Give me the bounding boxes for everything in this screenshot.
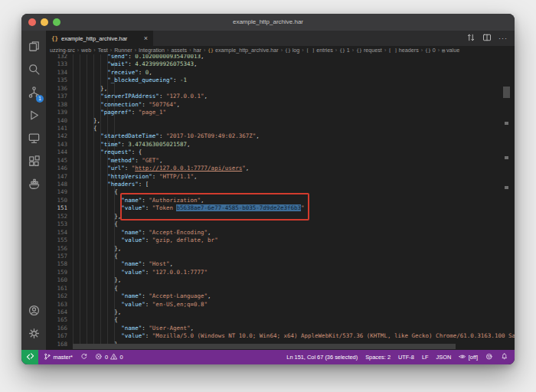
activity-settings[interactable] — [21, 323, 46, 346]
code-line[interactable]: 167 "value": "Mozilla/5.0 (Windows NT 10… — [46, 332, 515, 340]
line-number[interactable]: 154 — [46, 229, 67, 237]
line-number[interactable]: 163 — [46, 301, 67, 309]
status-problems[interactable]: 00 — [95, 353, 123, 362]
status-notifications[interactable] — [501, 353, 508, 362]
line-number[interactable]: 165 — [46, 316, 67, 324]
line-number[interactable]: 156 — [46, 245, 67, 253]
tab-example-http-archive[interactable]: {} example_http_archive.har × — [46, 31, 153, 46]
code-line[interactable]: 165 { — [46, 316, 515, 324]
code-line[interactable]: 142 "startedDateTime": "2017-10-26T09:49… — [46, 132, 515, 140]
breadcrumb-item-request[interactable]: {}request — [356, 47, 382, 54]
code-line[interactable]: 160 }, — [46, 276, 515, 284]
breadcrumb-item-web[interactable]: web — [81, 47, 91, 54]
code-line[interactable]: 146 "url": "http://127.0.0.1:7777/api/us… — [46, 165, 515, 172]
code-line[interactable]: 132 "send": 0.10200000935470013, — [46, 54, 515, 60]
line-number[interactable]: 135 — [46, 77, 67, 84]
breadcrumb-item-1[interactable]: {}1 — [339, 47, 350, 54]
code-line[interactable]: 155 "value": "gzip, deflate, br" — [46, 237, 515, 244]
code-line[interactable]: 156 }, — [46, 245, 515, 253]
line-number[interactable]: 144 — [46, 149, 67, 156]
code-line[interactable]: 164 }, — [46, 309, 515, 316]
line-number[interactable]: 132 — [46, 54, 67, 60]
breadcrumb-item-0[interactable]: {}0 — [425, 47, 436, 54]
activity-extensions[interactable] — [21, 151, 46, 174]
activity-source-control[interactable]: 1 — [21, 82, 46, 105]
code-line[interactable]: 138 "connection": "507764", — [46, 101, 515, 109]
code-line[interactable]: 148 "headers": [ — [46, 181, 515, 188]
line-number[interactable]: 146 — [46, 165, 67, 172]
remote-indicator[interactable] — [21, 350, 38, 364]
code-line[interactable]: 137 "serverIPAddress": "127.0.0.1", — [46, 93, 515, 100]
line-number[interactable]: 153 — [46, 220, 67, 228]
line-number[interactable]: 168 — [46, 341, 67, 348]
line-number[interactable]: 166 — [46, 325, 67, 332]
code-line[interactable]: 145 "method": "GET", — [46, 157, 515, 165]
breadcrumb-item-headers[interactable]: [ ]headers — [388, 47, 419, 54]
line-number[interactable]: 164 — [46, 309, 67, 316]
line-number[interactable]: 162 — [46, 292, 67, 300]
code-line[interactable]: 158 "name": "Host", — [46, 260, 515, 268]
code-line[interactable]: 166 "name": "User-Agent", — [46, 325, 515, 332]
line-number[interactable]: 159 — [46, 269, 67, 276]
code-line[interactable]: 133 "wait": 4.423999926075343, — [46, 60, 515, 68]
status-feedback[interactable] — [485, 353, 493, 362]
line-number[interactable]: 148 — [46, 181, 67, 188]
code-line[interactable]: 135 "_blocked_queueing": -1 — [46, 77, 515, 84]
activity-run-debug[interactable] — [21, 105, 46, 128]
breadcrumb-item-integration[interactable]: Integration — [139, 47, 165, 54]
line-number[interactable]: 145 — [46, 157, 67, 165]
line-number[interactable]: 140 — [46, 117, 67, 125]
status-language-mode[interactable]: JSON — [436, 354, 452, 361]
code-line[interactable]: 139 "pageref": "page_1" — [46, 109, 515, 116]
breadcrumb-item-value[interactable]: ▤value — [442, 47, 459, 54]
code-line[interactable]: 136 }, — [46, 85, 515, 93]
code-line[interactable]: 157 { — [46, 253, 515, 260]
activity-search[interactable] — [21, 59, 46, 82]
line-number[interactable]: 141 — [46, 125, 67, 132]
code-line[interactable]: 147 "httpVersion": "HTTP/1.1", — [46, 173, 515, 181]
code-line[interactable]: 141 { — [46, 125, 515, 132]
breadcrumb-item-example-http-archive-har[interactable]: {}example_http_archive.har — [208, 47, 278, 54]
code-line[interactable]: 153 { — [46, 220, 515, 228]
vertical-scrollbar[interactable] — [502, 54, 511, 350]
status-indentation[interactable]: Spaces: 2 — [365, 354, 391, 361]
code-line[interactable]: 140 }, — [46, 117, 515, 125]
line-number[interactable]: 158 — [46, 260, 67, 268]
line-number[interactable]: 150 — [46, 197, 67, 204]
code-line[interactable]: 161 { — [46, 285, 515, 292]
line-number[interactable]: 143 — [46, 141, 67, 149]
line-number[interactable]: 149 — [46, 188, 67, 196]
line-number[interactable]: 138 — [46, 101, 67, 109]
code-line[interactable]: 159 "value": "127.0.0.1:7777" — [46, 269, 515, 276]
activity-docker[interactable] — [21, 174, 46, 197]
split-icon[interactable] — [482, 31, 492, 45]
status-blame-toggle[interactable]: [off] — [459, 353, 478, 362]
scrollbar-thumb[interactable] — [73, 344, 456, 349]
breadcrumb-item-log[interactable]: {}log — [285, 47, 299, 54]
code-line[interactable]: 144 "request": { — [46, 149, 515, 156]
breadcrumb-item-test[interactable]: Test — [98, 47, 108, 54]
breadcrumb-item-uzzing-src[interactable]: uzzing-src — [50, 47, 75, 54]
ellipsis-icon[interactable]: ··· — [498, 34, 508, 43]
line-number[interactable]: 161 — [46, 285, 67, 292]
activity-accounts[interactable] — [21, 300, 46, 323]
code-line[interactable]: 134 "receive": 0, — [46, 69, 515, 77]
code-line[interactable]: 143 "time": 3.474363005021587, — [46, 141, 515, 149]
line-number[interactable]: 160 — [46, 276, 67, 284]
breadcrumb-item-runner[interactable]: Runner — [114, 47, 132, 54]
compare-icon[interactable] — [466, 31, 476, 45]
line-number[interactable]: 167 — [46, 332, 67, 340]
code-line[interactable]: 162 "name": "Accept-Language", — [46, 292, 515, 300]
horizontal-scrollbar[interactable] — [67, 344, 502, 349]
line-number[interactable]: 136 — [46, 85, 67, 93]
line-number[interactable]: 142 — [46, 132, 67, 140]
status-cursor-position[interactable]: Ln 151, Col 67 (36 selected) — [286, 354, 358, 361]
status-branch[interactable]: master* — [44, 353, 73, 362]
line-number[interactable]: 139 — [46, 109, 67, 116]
scrollbar-thumb[interactable] — [503, 87, 510, 98]
breadcrumb-item-assets[interactable]: assets — [171, 47, 187, 54]
editor[interactable]: 132 "send": 0.10200000935470013,133 "wai… — [46, 54, 515, 350]
status-eol[interactable]: LF — [422, 354, 429, 361]
line-number[interactable]: 134 — [46, 69, 67, 77]
line-number[interactable]: 155 — [46, 237, 67, 244]
